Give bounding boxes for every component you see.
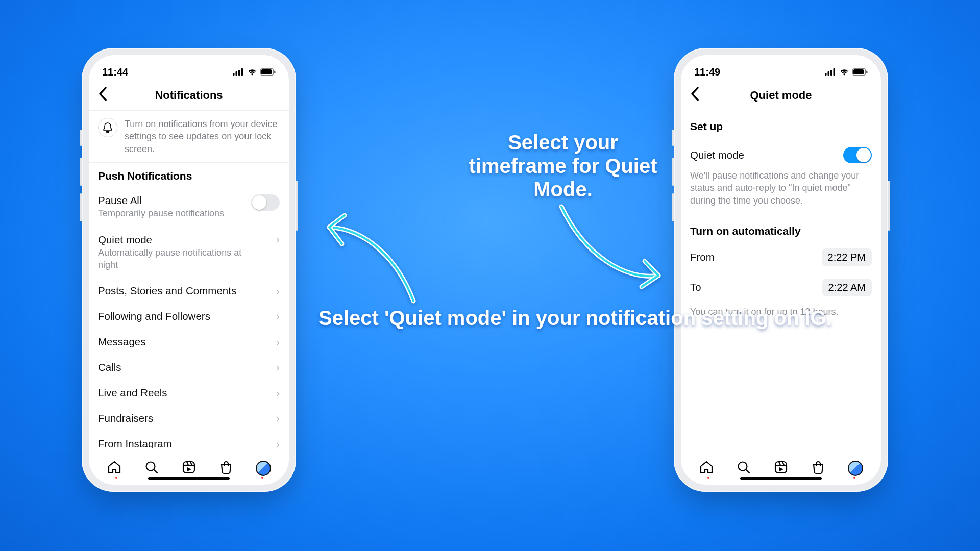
phone-left: 11:44 Notifications Turn on n <box>82 48 296 492</box>
svg-rect-1 <box>236 71 238 76</box>
chevron-left-icon <box>690 87 699 101</box>
back-button[interactable] <box>98 87 107 103</box>
svg-rect-14 <box>828 71 830 76</box>
list-item[interactable]: Calls› <box>89 355 289 380</box>
badge-dot <box>707 477 709 479</box>
list-item[interactable]: From Instagram› <box>89 431 289 448</box>
home-tab[interactable] <box>107 460 122 477</box>
banner-text: Turn on notifications from your device s… <box>125 118 280 155</box>
home-icon <box>107 460 122 475</box>
chevron-right-icon: › <box>276 285 280 297</box>
search-tab[interactable] <box>736 460 751 477</box>
battery-icon <box>852 68 868 76</box>
home-tab[interactable] <box>699 460 714 477</box>
mute-switch <box>672 130 674 146</box>
volume-up <box>672 158 674 186</box>
home-indicator <box>740 477 822 480</box>
quiet-mode-row[interactable]: Quiet mode Automatically pause notificat… <box>89 227 289 278</box>
pause-all-toggle[interactable] <box>251 194 280 211</box>
from-label: From <box>690 251 715 263</box>
mute-switch <box>80 130 82 146</box>
section-header-auto: Turn on automatically <box>690 225 872 237</box>
notification-banner[interactable]: Turn on notifications from your device s… <box>89 111 289 163</box>
svg-rect-15 <box>830 70 832 76</box>
from-time-row[interactable]: From 2:22 PM <box>681 242 881 272</box>
power-button <box>296 181 298 231</box>
quiet-mode-sub: Automatically pause notifications at nig… <box>98 247 261 271</box>
shop-icon <box>811 460 826 475</box>
caption-right: Select your timeframe for Quiet Mode. <box>469 131 657 201</box>
svg-rect-9 <box>183 462 194 473</box>
list-item[interactable]: Messages› <box>89 329 289 355</box>
badge-dot <box>853 477 855 479</box>
svg-line-21 <box>746 469 750 473</box>
list-item[interactable]: Posts, Stories and Comments› <box>89 278 289 304</box>
shop-tab[interactable] <box>811 460 826 477</box>
shop-tab[interactable] <box>218 460 234 477</box>
wifi-icon <box>247 68 257 76</box>
reels-tab[interactable] <box>773 460 789 477</box>
svg-line-8 <box>154 469 158 473</box>
list-item[interactable]: Live and Reels› <box>89 380 289 406</box>
reels-icon <box>181 460 197 475</box>
chevron-right-icon: › <box>276 387 280 399</box>
search-icon <box>736 460 751 475</box>
svg-rect-5 <box>261 69 272 74</box>
caption-left: Select 'Quiet mode' in your notification… <box>318 306 832 330</box>
reels-icon <box>773 460 789 475</box>
pause-all-row[interactable]: Pause All Temporarily pause notification… <box>89 187 289 227</box>
from-time-value[interactable]: 2:22 PM <box>822 248 872 266</box>
status-icons <box>825 68 868 76</box>
list-item[interactable]: Following and Followers› <box>89 304 289 329</box>
page-title: Notifications <box>155 89 223 102</box>
svg-rect-2 <box>238 70 240 76</box>
arrow-right-icon <box>554 199 676 301</box>
home-indicator <box>148 477 230 480</box>
reels-tab[interactable] <box>181 460 197 477</box>
to-time-row[interactable]: To 2:22 AM <box>681 272 881 303</box>
back-button[interactable] <box>690 87 699 103</box>
to-time-value[interactable]: 2:22 AM <box>822 279 872 296</box>
nav-bar: Quiet mode <box>681 84 881 110</box>
status-bar: 11:44 <box>89 55 289 84</box>
quiet-mode-toggle-row[interactable]: Quiet mode <box>681 138 881 169</box>
chevron-right-icon: › <box>276 311 280 322</box>
svg-rect-0 <box>233 73 235 76</box>
battery-icon <box>260 68 276 76</box>
status-time: 11:49 <box>694 66 720 78</box>
status-bar: 11:49 <box>681 55 881 84</box>
home-icon <box>699 460 714 475</box>
chevron-left-icon <box>98 87 107 101</box>
profile-tab[interactable] <box>848 461 863 476</box>
search-tab[interactable] <box>144 460 159 477</box>
chevron-right-icon: › <box>276 336 280 348</box>
wifi-icon <box>839 68 849 76</box>
cellular-icon <box>825 68 836 76</box>
status-time: 11:44 <box>102 66 128 78</box>
tutorial-graphic: 11:44 Notifications Turn on n <box>0 0 980 551</box>
page-title: Quiet mode <box>750 89 812 102</box>
power-button <box>888 181 890 231</box>
quiet-mode-label: Quiet mode <box>98 234 261 246</box>
svg-rect-22 <box>775 462 787 473</box>
nav-bar: Notifications <box>89 84 289 111</box>
quiet-mode-label: Quiet mode <box>690 149 744 161</box>
pause-all-label: Pause All <box>98 194 224 207</box>
profile-avatar-icon <box>256 461 271 476</box>
svg-rect-18 <box>853 69 864 74</box>
bell-icon <box>98 118 117 137</box>
badge-dot <box>115 477 117 479</box>
cellular-icon <box>233 68 244 76</box>
svg-rect-6 <box>274 71 276 73</box>
list-item[interactable]: Fundraisers› <box>89 406 289 431</box>
chevron-right-icon: › <box>276 362 280 373</box>
arrow-left-icon <box>306 204 419 306</box>
quiet-mode-toggle[interactable] <box>843 147 872 163</box>
shop-icon <box>218 460 234 475</box>
phone-right: 11:49 Quiet mode Set up Quiet mode <box>674 48 888 492</box>
profile-tab[interactable] <box>256 461 271 476</box>
chevron-right-icon: › <box>276 234 280 245</box>
status-icons <box>233 68 276 76</box>
volume-up <box>80 158 82 186</box>
svg-rect-3 <box>241 68 243 76</box>
